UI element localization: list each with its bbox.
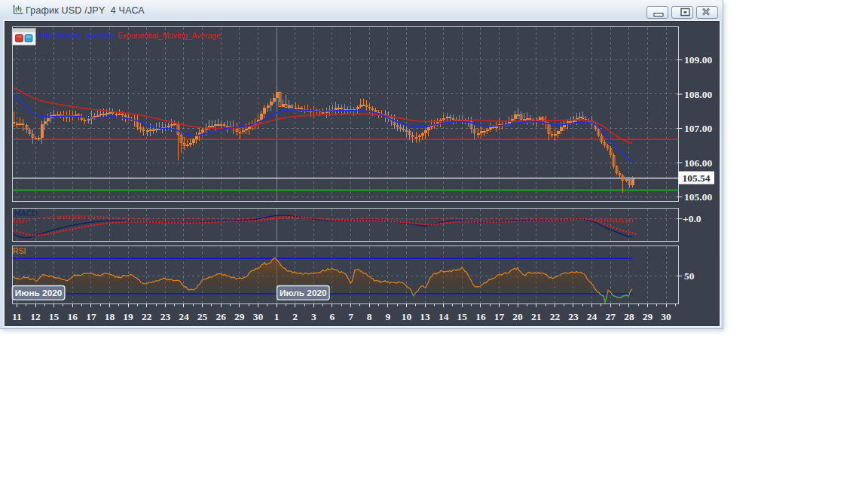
svg-text:26: 26 [215, 311, 226, 322]
svg-text:16: 16 [475, 311, 486, 322]
svg-text:50: 50 [684, 270, 695, 282]
svg-text:18: 18 [105, 311, 115, 322]
svg-text:21: 21 [531, 311, 542, 322]
svg-text:29: 29 [643, 311, 653, 322]
svg-text:RSI: RSI [13, 246, 26, 255]
svg-text:10: 10 [402, 311, 412, 322]
svg-text:17: 17 [86, 311, 96, 322]
svg-text:22: 22 [550, 311, 561, 322]
svg-text:107.00: 107.00 [684, 123, 712, 134]
svg-text:8: 8 [367, 311, 372, 322]
svg-text:27: 27 [605, 311, 616, 322]
svg-text:2: 2 [292, 311, 298, 322]
svg-text:15: 15 [49, 311, 60, 322]
svg-text:22: 22 [142, 311, 152, 322]
svg-text:30: 30 [661, 311, 671, 322]
svg-text:14: 14 [439, 311, 449, 322]
svg-text:24: 24 [179, 311, 189, 322]
svg-text:MACD: MACD [14, 209, 38, 218]
svg-text:9: 9 [385, 311, 390, 322]
svg-text:Exponential_Moving_Average: Exponential_Moving_Average [118, 32, 221, 40]
svg-text:16: 16 [68, 311, 78, 322]
svg-text:1: 1 [274, 311, 280, 322]
svg-text:28: 28 [624, 311, 634, 322]
svg-text:105.00: 105.00 [684, 191, 712, 203]
svg-text:11: 11 [12, 311, 22, 322]
svg-text:19: 19 [123, 311, 133, 322]
svg-text:23: 23 [568, 311, 579, 322]
svg-text:24: 24 [587, 311, 598, 322]
svg-text:Июль 2020: Июль 2020 [280, 288, 327, 298]
svg-text:20: 20 [512, 311, 523, 322]
svg-text:109.00: 109.00 [684, 54, 712, 66]
svg-text:3: 3 [311, 311, 316, 322]
svg-text:105.54: 105.54 [682, 172, 710, 184]
svg-text:108.00: 108.00 [684, 89, 712, 100]
svg-text:29: 29 [234, 311, 245, 322]
svg-text:15: 15 [457, 311, 468, 322]
svg-text:17: 17 [494, 311, 505, 322]
svg-text:23: 23 [160, 311, 171, 322]
svg-text:12: 12 [30, 311, 41, 322]
svg-text:6: 6 [330, 311, 335, 322]
svg-text:7: 7 [348, 311, 353, 322]
svg-text:13: 13 [420, 311, 430, 322]
svg-text:Июнь 2020: Июнь 2020 [15, 288, 63, 298]
svg-text:+0.0: +0.0 [683, 213, 701, 224]
svg-text:30: 30 [253, 311, 264, 322]
svg-text:106.00: 106.00 [684, 157, 712, 169]
svg-text:25: 25 [197, 311, 208, 322]
